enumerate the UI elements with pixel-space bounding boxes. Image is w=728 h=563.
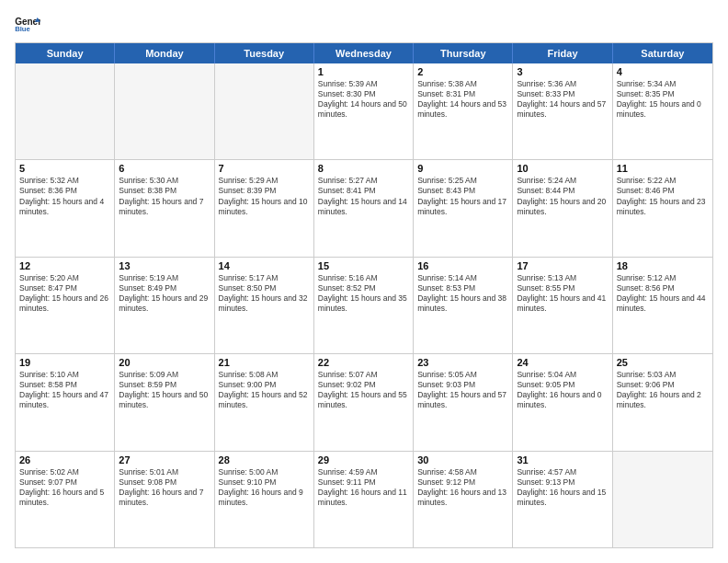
daylight-text: Daylight: 15 hours and 0 minutes. bbox=[617, 99, 709, 120]
sunset-text: Sunset: 8:59 PM bbox=[119, 380, 210, 390]
day-number: 9 bbox=[417, 163, 508, 174]
header-day-wednesday: Wednesday bbox=[314, 43, 414, 63]
daylight-text: Daylight: 16 hours and 9 minutes. bbox=[219, 488, 310, 508]
day-cell-25: 25Sunrise: 5:03 AMSunset: 9:06 PMDayligh… bbox=[613, 354, 712, 450]
header-day-thursday: Thursday bbox=[414, 43, 513, 63]
day-number: 10 bbox=[517, 163, 608, 174]
sunrise-text: Sunrise: 5:09 AM bbox=[119, 370, 210, 380]
calendar-header: SundayMondayTuesdayWednesdayThursdayFrid… bbox=[16, 43, 712, 63]
daylight-text: Daylight: 16 hours and 15 minutes. bbox=[517, 488, 608, 508]
sunrise-text: Sunrise: 5:10 AM bbox=[19, 370, 110, 380]
sunset-text: Sunset: 9:11 PM bbox=[318, 477, 409, 488]
daylight-text: Daylight: 15 hours and 32 minutes. bbox=[219, 293, 310, 314]
day-number: 23 bbox=[417, 357, 508, 368]
sunset-text: Sunset: 8:50 PM bbox=[219, 283, 310, 293]
header-day-saturday: Saturday bbox=[613, 43, 712, 63]
day-cell-17: 17Sunrise: 5:13 AMSunset: 8:55 PMDayligh… bbox=[513, 258, 612, 353]
day-number: 22 bbox=[318, 357, 409, 368]
day-cell-15: 15Sunrise: 5:16 AMSunset: 8:52 PMDayligh… bbox=[314, 258, 414, 353]
daylight-text: Daylight: 15 hours and 20 minutes. bbox=[517, 197, 608, 217]
sunrise-text: Sunrise: 4:57 AM bbox=[517, 467, 608, 477]
page: General Blue SundayMondayTuesdayWednesda… bbox=[0, 0, 728, 563]
calendar-body: 1Sunrise: 5:39 AMSunset: 8:30 PMDaylight… bbox=[16, 63, 712, 547]
sunset-text: Sunset: 8:38 PM bbox=[119, 186, 210, 196]
day-number: 8 bbox=[318, 163, 409, 174]
day-cell-2: 2Sunrise: 5:38 AMSunset: 8:31 PMDaylight… bbox=[414, 63, 513, 159]
day-number: 31 bbox=[517, 454, 608, 465]
daylight-text: Daylight: 16 hours and 7 minutes. bbox=[119, 488, 210, 508]
empty-cell bbox=[16, 63, 115, 159]
day-number: 26 bbox=[19, 454, 110, 465]
sunrise-text: Sunrise: 5:38 AM bbox=[417, 79, 508, 89]
day-number: 14 bbox=[219, 260, 310, 271]
daylight-text: Daylight: 15 hours and 35 minutes. bbox=[318, 293, 409, 314]
sunrise-text: Sunrise: 5:24 AM bbox=[517, 176, 608, 186]
calendar-row-5: 26Sunrise: 5:02 AMSunset: 9:07 PMDayligh… bbox=[16, 451, 712, 547]
sunrise-text: Sunrise: 5:19 AM bbox=[119, 273, 210, 283]
sunrise-text: Sunrise: 5:29 AM bbox=[219, 176, 310, 186]
sunset-text: Sunset: 8:36 PM bbox=[19, 186, 110, 196]
sunrise-text: Sunrise: 5:27 AM bbox=[318, 176, 409, 186]
day-number: 7 bbox=[219, 163, 310, 174]
sunset-text: Sunset: 8:39 PM bbox=[219, 186, 310, 196]
sunset-text: Sunset: 9:12 PM bbox=[417, 477, 508, 488]
header-day-sunday: Sunday bbox=[16, 43, 115, 63]
sunset-text: Sunset: 8:49 PM bbox=[119, 283, 210, 293]
daylight-text: Daylight: 15 hours and 17 minutes. bbox=[417, 197, 508, 217]
sunrise-text: Sunrise: 5:20 AM bbox=[19, 273, 110, 283]
sunrise-text: Sunrise: 5:36 AM bbox=[517, 79, 608, 89]
daylight-text: Daylight: 15 hours and 44 minutes. bbox=[617, 293, 709, 314]
daylight-text: Daylight: 15 hours and 4 minutes. bbox=[19, 197, 110, 217]
sunset-text: Sunset: 8:43 PM bbox=[417, 186, 508, 196]
sunrise-text: Sunrise: 5:30 AM bbox=[119, 176, 210, 186]
sunset-text: Sunset: 8:53 PM bbox=[417, 283, 508, 293]
daylight-text: Daylight: 15 hours and 23 minutes. bbox=[617, 197, 709, 217]
sunset-text: Sunset: 8:47 PM bbox=[19, 283, 110, 293]
day-cell-21: 21Sunrise: 5:08 AMSunset: 9:00 PMDayligh… bbox=[215, 354, 314, 450]
day-cell-20: 20Sunrise: 5:09 AMSunset: 8:59 PMDayligh… bbox=[115, 354, 214, 450]
sunset-text: Sunset: 9:07 PM bbox=[19, 477, 110, 488]
sunset-text: Sunset: 8:41 PM bbox=[318, 186, 409, 196]
daylight-text: Daylight: 15 hours and 26 minutes. bbox=[19, 293, 110, 314]
day-cell-16: 16Sunrise: 5:14 AMSunset: 8:53 PMDayligh… bbox=[414, 258, 513, 353]
sunrise-text: Sunrise: 5:05 AM bbox=[417, 370, 508, 380]
daylight-text: Daylight: 15 hours and 41 minutes. bbox=[517, 293, 608, 314]
daylight-text: Daylight: 14 hours and 50 minutes. bbox=[318, 99, 409, 120]
logo-icon: General Blue bbox=[15, 15, 40, 33]
daylight-text: Daylight: 16 hours and 0 minutes. bbox=[517, 390, 608, 410]
sunset-text: Sunset: 9:05 PM bbox=[517, 380, 608, 390]
daylight-text: Daylight: 14 hours and 57 minutes. bbox=[517, 99, 608, 120]
day-number: 11 bbox=[617, 163, 709, 174]
day-number: 2 bbox=[417, 66, 508, 77]
day-cell-30: 30Sunrise: 4:58 AMSunset: 9:12 PMDayligh… bbox=[414, 452, 513, 547]
sunrise-text: Sunrise: 5:12 AM bbox=[617, 273, 709, 283]
day-number: 13 bbox=[119, 260, 210, 271]
day-cell-27: 27Sunrise: 5:01 AMSunset: 9:08 PMDayligh… bbox=[115, 452, 214, 547]
day-cell-12: 12Sunrise: 5:20 AMSunset: 8:47 PMDayligh… bbox=[16, 258, 115, 353]
day-number: 21 bbox=[219, 357, 310, 368]
sunset-text: Sunset: 8:35 PM bbox=[617, 89, 709, 99]
daylight-text: Daylight: 15 hours and 10 minutes. bbox=[219, 197, 310, 217]
daylight-text: Daylight: 15 hours and 57 minutes. bbox=[417, 390, 508, 410]
day-cell-18: 18Sunrise: 5:12 AMSunset: 8:56 PMDayligh… bbox=[613, 258, 712, 353]
sunrise-text: Sunrise: 5:22 AM bbox=[617, 176, 709, 186]
day-cell-7: 7Sunrise: 5:29 AMSunset: 8:39 PMDaylight… bbox=[215, 160, 314, 256]
calendar-row-3: 12Sunrise: 5:20 AMSunset: 8:47 PMDayligh… bbox=[16, 257, 712, 353]
day-number: 27 bbox=[119, 454, 210, 465]
daylight-text: Daylight: 15 hours and 7 minutes. bbox=[119, 197, 210, 217]
sunrise-text: Sunrise: 5:32 AM bbox=[19, 176, 110, 186]
sunrise-text: Sunrise: 5:01 AM bbox=[119, 467, 210, 477]
sunrise-text: Sunrise: 5:03 AM bbox=[617, 370, 709, 380]
day-number: 28 bbox=[219, 454, 310, 465]
sunset-text: Sunset: 8:58 PM bbox=[19, 380, 110, 390]
day-number: 1 bbox=[318, 66, 409, 77]
sunrise-text: Sunrise: 5:00 AM bbox=[219, 467, 310, 477]
calendar-row-4: 19Sunrise: 5:10 AMSunset: 8:58 PMDayligh… bbox=[16, 353, 712, 450]
sunrise-text: Sunrise: 4:59 AM bbox=[318, 467, 409, 477]
header-day-friday: Friday bbox=[513, 43, 612, 63]
day-cell-13: 13Sunrise: 5:19 AMSunset: 8:49 PMDayligh… bbox=[115, 258, 214, 353]
day-cell-28: 28Sunrise: 5:00 AMSunset: 9:10 PMDayligh… bbox=[215, 452, 314, 547]
day-cell-9: 9Sunrise: 5:25 AMSunset: 8:43 PMDaylight… bbox=[414, 160, 513, 256]
day-cell-1: 1Sunrise: 5:39 AMSunset: 8:30 PMDaylight… bbox=[314, 63, 414, 159]
daylight-text: Daylight: 15 hours and 50 minutes. bbox=[119, 390, 210, 410]
